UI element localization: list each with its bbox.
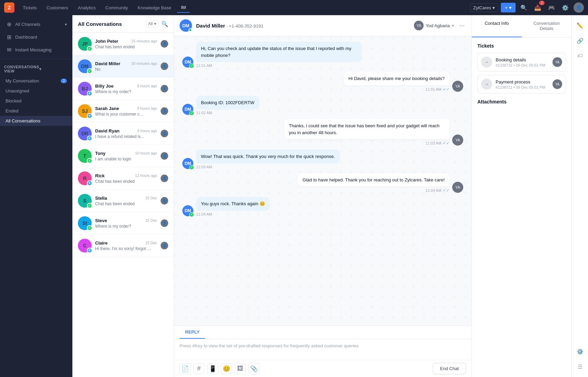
chat-header-info: David Miller · +1-408-352-9191: [196, 23, 263, 29]
conv-avatar: St ✓: [78, 216, 92, 230]
incoming-bubble: Booking ID: 1002FDERTW: [196, 96, 259, 110]
conversation-item-david-miller[interactable]: DM ✓ David Miller 30 minutes ago No 👤: [72, 55, 174, 78]
conv-agent-avatar: 👤: [161, 40, 168, 48]
ticket-meta-booking: #1238732 • 09 Dec 05:51 PM: [496, 63, 549, 67]
conv-agent-avatar: 👤: [161, 175, 168, 182]
incoming-avatar: DM ✓: [182, 104, 193, 115]
sidebar-item-my-conversation[interactable]: My Conversation 2: [0, 76, 72, 86]
ticket-item-payment[interactable]: → Payment process #1238721 • 09 Dec 05:5…: [477, 75, 566, 93]
conv-avatar: C ✈: [78, 239, 92, 252]
assigned-agent: YA Yod Agbaria ▾: [414, 21, 454, 30]
chat-more-options-button[interactable]: ···: [458, 21, 466, 31]
far-right-link-icon[interactable]: 🔗: [574, 34, 586, 47]
conv-preview: No: [95, 67, 157, 72]
conv-agent-avatar: 👤: [161, 107, 168, 115]
sidebar-item-blocked[interactable]: Blocked: [0, 96, 72, 106]
reply-tab[interactable]: REPLY: [180, 326, 205, 339]
conversations-view-header[interactable]: CONVERSATIONS VIEW ▾: [0, 62, 72, 76]
reply-input[interactable]: Press #Key to view the set of pre-drafte…: [174, 339, 472, 360]
games-button[interactable]: 🎮: [546, 2, 557, 13]
conversation-item-rick[interactable]: R ✈ Rick 12 hours ago Chat has been ende…: [72, 167, 174, 190]
end-chat-button[interactable]: End Chat: [433, 363, 466, 374]
user-avatar-nav[interactable]: 👤: [574, 2, 584, 13]
nav-item-customers[interactable]: Customers: [42, 3, 72, 12]
sidebar-item-dashboard[interactable]: ⊞ Dashboard: [1, 31, 71, 43]
contact-avatar: DM: [180, 19, 192, 32]
conv-name: John Peter: [95, 39, 118, 44]
channels-icon: ⊕: [6, 21, 12, 28]
conversation-item-david-ryan[interactable]: DR ✈ David Ryan 9 hours ago I have a ref…: [72, 122, 174, 145]
conversation-item-steve[interactable]: St ✓ Steve 15 Dec Where is my order? 👤: [72, 212, 174, 235]
reply-placeholder: Press #Key to view the set of pre-drafte…: [180, 343, 359, 348]
conversation-item-billy-joe[interactable]: BJ ✈ Billy Joe 6 hours ago Where is my o…: [72, 78, 174, 100]
conv-avatar: BJ ✈: [78, 82, 92, 96]
conv-agent-avatar: 👤: [161, 242, 168, 249]
msg-time: 11:04 AM ✓✓: [298, 188, 449, 193]
search-nav-button[interactable]: 🔍: [518, 2, 529, 13]
conversation-item-stella[interactable]: S ✓ Stella 15 Dec Chat has been ended 👤: [72, 190, 174, 212]
conv-time: 15 Dec: [145, 196, 157, 200]
notifications-icon-wrap: 📥 2: [532, 2, 543, 13]
reply-toolbar: 📄 # 📱 😊 🖼 📎 End Chat: [174, 360, 472, 377]
contact-phone: · +1-408-352-9191: [226, 23, 263, 29]
nav-item-analytics[interactable]: Analytics: [74, 3, 100, 12]
conversation-list-title: All Conversations: [78, 21, 122, 27]
ticket-item-booking[interactable]: → Booking details #1238732 • 09 Dec 05:5…: [477, 53, 566, 71]
nav-item-knowledge-base[interactable]: Knowledge Base: [133, 3, 175, 12]
far-right-menu-icon[interactable]: ☰: [574, 360, 586, 373]
far-right-tag-icon[interactable]: 🏷: [574, 50, 586, 62]
conv-avatar: DR ✈: [78, 127, 92, 140]
msg-time: 11:02 AM: [196, 111, 259, 115]
sidebar-item-all-channels[interactable]: ⊕ All Channels ▾: [1, 18, 71, 30]
message-row-msg2: Hi David, please share me your booking d…: [182, 72, 463, 92]
incoming-avatar: DM ✓: [182, 205, 193, 216]
ticket-icon-booking: →: [481, 57, 492, 68]
hashtag-button[interactable]: #: [193, 363, 204, 374]
conv-preview: I am unable to login: [95, 157, 157, 161]
attachment-button[interactable]: 📎: [249, 363, 260, 374]
tab-conversation-details[interactable]: Conversation Details: [522, 15, 572, 37]
nav-item-im[interactable]: IM: [177, 3, 190, 13]
conversation-item-sarah-jane[interactable]: SJ ✈ Sarah Jane 9 hours ago What is your…: [72, 100, 174, 122]
incoming-bubble: Wow! That was quick. Thank you very much…: [196, 150, 340, 163]
tab-contact-info[interactable]: Contact Info: [472, 15, 522, 37]
image-button[interactable]: 🖼: [235, 363, 246, 374]
emoji-button[interactable]: 😊: [221, 363, 232, 374]
msg-time: 11:04 AM: [196, 212, 270, 216]
nav-item-tickets[interactable]: Tickets: [19, 3, 41, 12]
conv-agent-avatar: 👤: [161, 130, 168, 137]
nav-item-community[interactable]: Community: [101, 3, 132, 12]
conv-avatar: JP ✓: [78, 37, 92, 51]
far-right-edit-icon[interactable]: ✏️: [574, 19, 586, 32]
conv-time: 9 hours ago: [137, 106, 157, 110]
sidebar-item-ended[interactable]: Ended: [0, 106, 72, 116]
text-format-button[interactable]: 📄: [180, 363, 191, 374]
far-right-settings-icon[interactable]: ⚙️: [574, 345, 586, 358]
app-logo: Z: [4, 2, 14, 13]
ticket-meta-payment: #1238721 • 09 Dec 05:51 PM: [496, 85, 549, 89]
conversation-item-tony[interactable]: T ✓ Tony 10 hours ago I am unable to log…: [72, 145, 174, 167]
conv-name: Claire: [95, 240, 108, 246]
conv-preview: Chat has been ended: [95, 44, 157, 49]
zylcares-selector[interactable]: ZylCares ▾: [470, 3, 498, 12]
conversation-items-list: JP ✓ John Peter 15 minutes ago Chat has …: [72, 33, 174, 377]
conv-name: Tony: [95, 151, 105, 156]
agent-avatar: YA: [414, 21, 424, 30]
sidebar-item-unassigned[interactable]: Unassigned: [0, 86, 72, 96]
msg-time: 11:01 AM ✓✓: [344, 87, 449, 92]
sidebar-item-instant-messaging[interactable]: ✉ Instant Messaging: [1, 44, 71, 56]
conv-time: 15 Dec: [145, 241, 157, 245]
filter-button[interactable]: All ▾: [146, 20, 159, 28]
conversation-search-button[interactable]: 🔍: [161, 21, 168, 27]
add-button[interactable]: + ▾: [501, 3, 516, 12]
conversation-item-john-peter[interactable]: JP ✓ John Peter 15 minutes ago Chat has …: [72, 33, 174, 55]
attachments-section: Attachments: [477, 99, 566, 105]
whatsapp-button[interactable]: 📱: [207, 363, 218, 374]
messaging-icon: ✉: [6, 47, 12, 53]
settings-nav-button[interactable]: ⚙️: [560, 2, 571, 13]
conversation-item-claire[interactable]: C ✈ Claire 15 Dec Hi there, I'm so sorry…: [72, 235, 174, 257]
left-sidebar: ⊕ All Channels ▾ ⊞ Dashboard ✉ Instant M…: [0, 15, 72, 377]
whatsapp-channel-dot: ✓: [189, 63, 194, 68]
right-sidebar-tabs: Contact Info Conversation Details: [472, 15, 571, 38]
sidebar-item-all-conversations[interactable]: All Conversations: [0, 116, 72, 126]
